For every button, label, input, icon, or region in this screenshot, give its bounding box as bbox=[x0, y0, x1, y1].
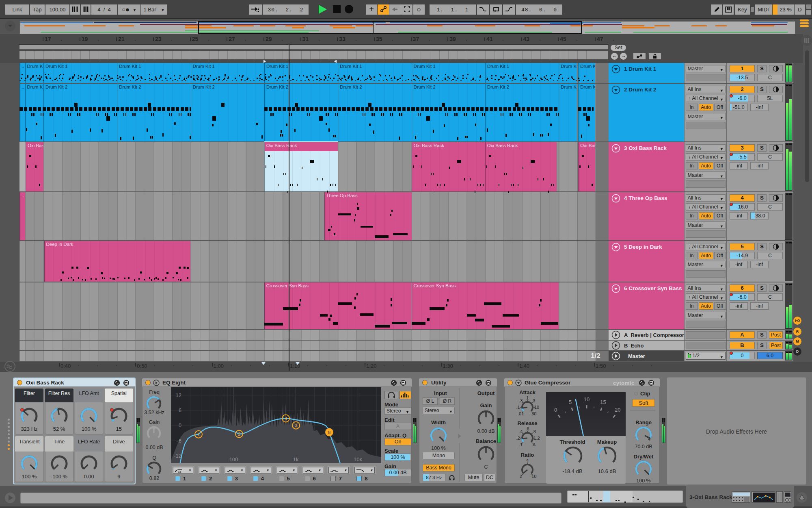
svg-text:20: 20 bbox=[615, 407, 620, 413]
svg-text:15: 15 bbox=[600, 399, 606, 405]
svg-text:1: 1 bbox=[197, 432, 199, 437]
svg-text:2: 2 bbox=[238, 432, 240, 436]
svg-text:A: A bbox=[533, 442, 536, 447]
svg-text:3: 3 bbox=[294, 423, 297, 428]
svg-text:-12: -12 bbox=[174, 453, 181, 459]
svg-text:2: 2 bbox=[520, 474, 522, 479]
svg-text:4: 4 bbox=[284, 416, 287, 421]
svg-text:10: 10 bbox=[584, 396, 590, 402]
svg-text:5: 5 bbox=[569, 399, 572, 405]
svg-text:.1: .1 bbox=[516, 405, 520, 410]
svg-text:-6: -6 bbox=[177, 438, 181, 444]
svg-text:1k: 1k bbox=[293, 456, 298, 462]
svg-text:.6: .6 bbox=[525, 426, 529, 431]
svg-text:1: 1 bbox=[526, 395, 529, 400]
svg-text:3: 3 bbox=[533, 398, 535, 403]
svg-text:10: 10 bbox=[534, 405, 539, 410]
svg-text:0: 0 bbox=[554, 407, 557, 413]
svg-text:4: 4 bbox=[526, 458, 529, 463]
svg-text:100: 100 bbox=[229, 456, 238, 462]
svg-text:12: 12 bbox=[175, 392, 181, 398]
svg-text:0: 0 bbox=[178, 422, 181, 428]
svg-text:10k: 10k bbox=[354, 456, 362, 462]
svg-text:x4: x4 bbox=[178, 470, 181, 473]
svg-text:6: 6 bbox=[178, 407, 181, 413]
svg-text:.2: .2 bbox=[516, 436, 520, 441]
svg-text:.01: .01 bbox=[518, 411, 524, 416]
svg-text:8: 8 bbox=[328, 430, 330, 435]
